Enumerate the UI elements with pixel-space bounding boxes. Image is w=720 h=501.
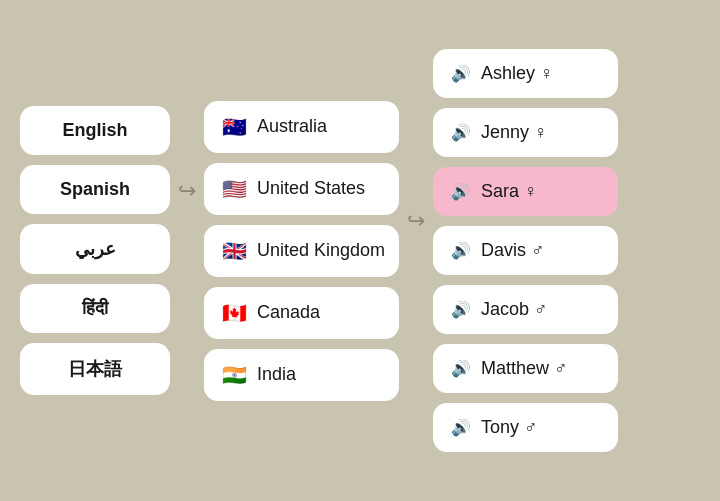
voice-item-ashley[interactable]: 🔊 Ashley ♀ — [433, 49, 618, 98]
country-item-united-states[interactable]: 🇺🇸 United States — [204, 163, 399, 215]
voice-item-tony[interactable]: 🔊 Tony ♂ — [433, 403, 618, 452]
main-container: English Spanish عربي हिंदी 日本語 ↪ 🇦🇺 Aust… — [0, 0, 720, 501]
arrow-languages-to-countries: ↪ — [178, 178, 196, 204]
voice-item-sara[interactable]: 🔊 Sara ♀ — [433, 167, 618, 216]
country-item-india[interactable]: 🇮🇳 India — [204, 349, 399, 401]
arrow-countries-to-voices: ↪ — [407, 208, 425, 234]
country-item-united-kingdom[interactable]: 🇬🇧 United Kingdom — [204, 225, 399, 277]
voice-item-davis[interactable]: 🔊 Davis ♂ — [433, 226, 618, 275]
flag-india: 🇮🇳 — [222, 363, 247, 387]
speaker-icon-sara: 🔊 — [451, 182, 471, 201]
countries-column: 🇦🇺 Australia 🇺🇸 United States 🇬🇧 United … — [204, 101, 399, 401]
language-item-english[interactable]: English — [20, 106, 170, 155]
speaker-icon-matthew: 🔊 — [451, 359, 471, 378]
language-item-hindi[interactable]: हिंदी — [20, 284, 170, 333]
flag-united-kingdom: 🇬🇧 — [222, 239, 247, 263]
flag-canada: 🇨🇦 — [222, 301, 247, 325]
flag-australia: 🇦🇺 — [222, 115, 247, 139]
language-item-spanish[interactable]: Spanish — [20, 165, 170, 214]
voice-item-matthew[interactable]: 🔊 Matthew ♂ — [433, 344, 618, 393]
language-item-japanese[interactable]: 日本語 — [20, 343, 170, 395]
flag-united-states: 🇺🇸 — [222, 177, 247, 201]
voice-item-jenny[interactable]: 🔊 Jenny ♀ — [433, 108, 618, 157]
speaker-icon-davis: 🔊 — [451, 241, 471, 260]
voices-column: 🔊 Ashley ♀ 🔊 Jenny ♀ 🔊 Sara ♀ 🔊 Davis ♂ … — [433, 49, 618, 452]
languages-column: English Spanish عربي हिंदी 日本語 — [20, 106, 170, 395]
country-item-canada[interactable]: 🇨🇦 Canada — [204, 287, 399, 339]
speaker-icon-jenny: 🔊 — [451, 123, 471, 142]
speaker-icon-jacob: 🔊 — [451, 300, 471, 319]
language-item-arabic[interactable]: عربي — [20, 224, 170, 274]
speaker-icon-tony: 🔊 — [451, 418, 471, 437]
country-item-australia[interactable]: 🇦🇺 Australia — [204, 101, 399, 153]
voice-item-jacob[interactable]: 🔊 Jacob ♂ — [433, 285, 618, 334]
speaker-icon-ashley: 🔊 — [451, 64, 471, 83]
